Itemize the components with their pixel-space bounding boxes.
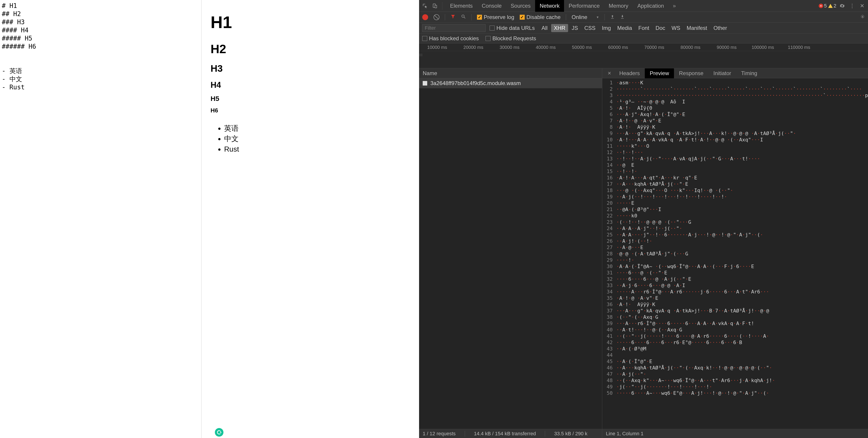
code-line: 47··A·j(··"·: [602, 371, 868, 377]
download-har-icon[interactable]: [620, 14, 625, 20]
search-icon[interactable]: [461, 14, 466, 20]
blocked-requests-checkbox[interactable]: Blocked Requests: [486, 35, 536, 41]
kebab-menu-icon[interactable]: ⋮: [848, 2, 856, 10]
preview-list-item: 英语: [224, 123, 410, 134]
code-line: 22·····k0: [602, 213, 868, 219]
error-count-badge[interactable]: ✕5: [819, 3, 827, 9]
network-timeline[interactable]: 10000 ms20000 ms30000 ms40000 ms50000 ms…: [419, 43, 868, 68]
throttling-select[interactable]: Online ▼: [571, 14, 599, 20]
detail-tab-timing[interactable]: Timing: [736, 68, 762, 78]
code-line: 44: [602, 352, 868, 358]
code-line: 46··A···kqhA·tAØ³Å·j(··"·(··Axq·k!··!·@·…: [602, 365, 868, 371]
code-line: 9···A···g"·kA·qvA·q ·A·tkA>j!···A···k!··…: [602, 130, 868, 137]
code-line: 4·¹·g³— ··~·@·@·@ Aô I: [602, 99, 868, 105]
filter-type-other[interactable]: Other: [711, 24, 730, 32]
devtools-tab-memory[interactable]: Memory: [604, 0, 633, 12]
code-line: 1·asm····K: [602, 80, 868, 86]
editor-text[interactable]: # H1 ## H2 ### H3 #### H4 ##### H5 #####…: [0, 0, 201, 93]
code-line: 42·····6····6····6···r6·E°@·····6····6··…: [602, 339, 868, 346]
devtools-tab-performance[interactable]: Performance: [564, 0, 604, 12]
devtools-tab-elements[interactable]: Elements: [445, 0, 477, 12]
blocked-cookies-checkbox[interactable]: Has blocked cookies: [422, 35, 479, 41]
upload-har-icon[interactable]: [610, 14, 615, 20]
network-filterbar-2: Has blocked cookies Blocked Requests: [419, 33, 868, 43]
detail-tab-headers[interactable]: Headers: [614, 68, 645, 78]
filter-type-font[interactable]: Font: [636, 24, 652, 32]
warning-count-badge[interactable]: 2: [828, 3, 836, 9]
network-settings-gear-icon[interactable]: [860, 14, 865, 20]
code-line: 12··!··!···: [602, 149, 868, 156]
svg-point-2: [462, 15, 464, 17]
code-line: 19··A·j(··!···!···!···!··!···!····!··!·: [602, 194, 868, 200]
code-line: 20·····E: [602, 200, 868, 206]
timeline-tick: 10000 ms: [419, 43, 455, 51]
code-line: 30·A·A·(·Ï°@A~ ·(··wq6·Ï°@···A·A··(···F·…: [602, 263, 868, 270]
record-button[interactable]: [422, 14, 428, 20]
filter-type-xhr[interactable]: XHR: [551, 24, 568, 32]
filter-type-js[interactable]: JS: [569, 24, 581, 32]
code-line: 26··A·j!·(··!·: [602, 238, 868, 244]
hide-data-urls-checkbox[interactable]: Hide data URLs: [490, 25, 535, 31]
code-line: 10·A·!···A·A··A·vkA·q ·A·F·t!·A·!··@·@ ·…: [602, 137, 868, 143]
request-list: Name 3a2648ff97bb014f9d5c.module.wasm 1 …: [419, 68, 602, 438]
filter-type-css[interactable]: CSS: [582, 24, 598, 32]
detail-tab-preview[interactable]: Preview: [645, 68, 674, 78]
network-filterbar: Hide data URLs AllXHRJSCSSImgMediaFontDo…: [419, 23, 868, 33]
code-line: 6···A·j"·Axq!·A·(·Ï°@"·E: [602, 111, 868, 118]
code-line: 27··A·@···E: [602, 244, 868, 251]
clear-button[interactable]: [434, 14, 439, 20]
disable-cache-checkbox[interactable]: Disable cache: [520, 14, 561, 20]
preview-code-area[interactable]: 1·asm····K2········`·········`·······`··…: [602, 78, 868, 429]
settings-gear-icon[interactable]: [838, 2, 846, 10]
device-toolbar-icon[interactable]: [431, 2, 439, 10]
code-line: 45··A·(·Ï°@"·E: [602, 358, 868, 365]
more-tabs-icon[interactable]: »: [670, 2, 679, 10]
filter-type-media[interactable]: Media: [615, 24, 634, 32]
preview-list-item: 中文: [224, 134, 410, 144]
preserve-log-checkbox[interactable]: Preserve log: [477, 14, 514, 20]
code-line: 49·j(··"··j(·······!···!····!···!·: [602, 384, 868, 390]
filter-type-all[interactable]: All: [539, 24, 550, 32]
inspect-element-icon[interactable]: [421, 2, 429, 10]
request-row[interactable]: 3a2648ff97bb014f9d5c.module.wasm: [419, 78, 602, 88]
grammarly-badge-icon[interactable]: [215, 428, 223, 437]
filter-toggle-icon[interactable]: [451, 14, 456, 20]
code-line: 17··A···kqhA·tAØ³Å·j(··"·E: [602, 181, 868, 187]
code-line: 11·····k"···O: [602, 143, 868, 149]
code-line: 41··(··"··j(·····!····6····@·A·r6·····6·…: [602, 333, 868, 339]
filter-input[interactable]: [422, 24, 486, 32]
svg-rect-1: [435, 5, 437, 8]
detail-tab-initiator[interactable]: Initiator: [708, 68, 736, 78]
devtools-tab-application[interactable]: Application: [633, 0, 668, 12]
svg-line-3: [464, 17, 465, 18]
preview-h6: H6: [211, 107, 410, 114]
status-requests: 1 / 12 requests: [423, 431, 456, 437]
detail-tab-response[interactable]: Response: [674, 68, 708, 78]
code-line: 13··!··!··A·j(··"····A·vA·qjA·j(··"·G···…: [602, 156, 868, 162]
filter-type-img[interactable]: Img: [599, 24, 614, 32]
timeline-tick: 80000 ms: [672, 43, 709, 51]
close-detail-icon[interactable]: ×: [604, 70, 614, 77]
code-line: 39···A···r6·İ°@····6·····6···A·A··A·vkA·…: [602, 320, 868, 327]
filter-type-doc[interactable]: Doc: [653, 24, 668, 32]
devtools-tab-sources[interactable]: Sources: [506, 0, 535, 12]
code-line: 40··A·t!···!··@·(··Axq·G: [602, 327, 868, 333]
close-devtools-icon[interactable]: ✕: [858, 2, 866, 10]
code-line: 38·(··"·(··Axq·G: [602, 314, 868, 320]
code-line: 14··@ E: [602, 162, 868, 168]
devtools-tab-console[interactable]: Console: [477, 0, 506, 12]
request-list-header-name[interactable]: Name: [419, 68, 602, 78]
preview-list: 英语中文Rust: [211, 123, 410, 154]
filter-type-ws[interactable]: WS: [669, 24, 683, 32]
markdown-source-pane[interactable]: # H1 ## H2 ### H3 #### H4 ##### H5 #####…: [0, 0, 202, 438]
preview-list-item: Rust: [224, 144, 410, 154]
code-line: 28·@·@ ·(·A·tAØ³Å·j"·(···G: [602, 251, 868, 257]
request-name: 3a2648ff97bb014f9d5c.module.wasm: [430, 80, 521, 86]
code-line: 8·A·!· Aÿÿÿ·K: [602, 124, 868, 130]
devtools-tab-network[interactable]: Network: [535, 0, 564, 12]
timeline-tick: 40000 ms: [528, 43, 564, 51]
code-line: 7·A·!··@ ·A·v"·E: [602, 118, 868, 124]
filter-type-manifest[interactable]: Manifest: [684, 24, 710, 32]
code-line: 33··A·j·6····6···@·@ ·A·I: [602, 282, 868, 289]
code-line: 34·····A···r6·İ°@···A·r6······j·6·····6·…: [602, 289, 868, 295]
